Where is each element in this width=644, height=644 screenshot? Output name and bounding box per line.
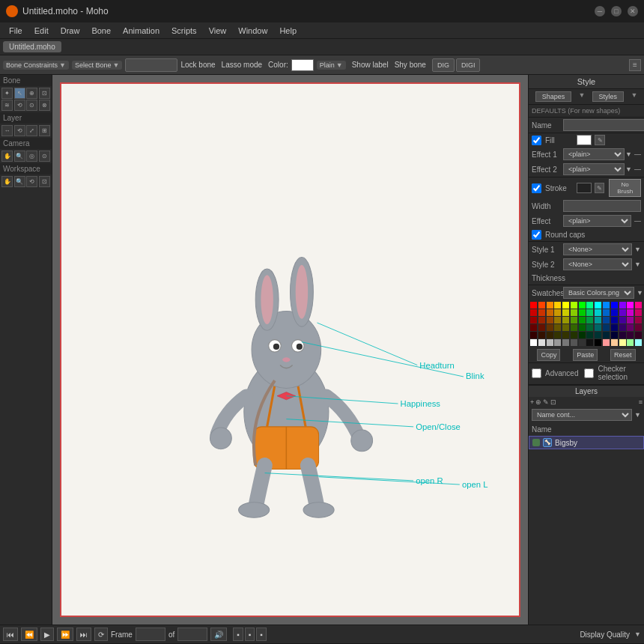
- shapes-btn[interactable]: Shapes: [535, 91, 572, 102]
- color-swatch[interactable]: [619, 317, 626, 323]
- bone-name-input[interactable]: [125, 58, 177, 72]
- effect2-more[interactable]: —: [634, 165, 641, 173]
- color-swatch[interactable]: [603, 309, 610, 316]
- color-swatch[interactable]: [579, 339, 586, 346]
- fast-fwd-btn[interactable]: ⏭: [76, 628, 91, 641]
- layers-icon-btn1[interactable]: +: [530, 398, 534, 406]
- layers-icon-btn2[interactable]: ⊕: [535, 398, 541, 406]
- play-btn[interactable]: ▶: [40, 628, 54, 641]
- color-swatch[interactable]: [538, 332, 545, 338]
- layers-icon-btn3[interactable]: ✎: [543, 398, 549, 406]
- color-swatch[interactable]: [595, 317, 601, 323]
- color-swatch[interactable]: [603, 317, 610, 323]
- menu-animation[interactable]: Animation: [117, 25, 165, 37]
- tool-bind-bone[interactable]: ⊡: [39, 88, 50, 99]
- color-swatch[interactable]: [571, 332, 577, 338]
- color-swatch[interactable]: [538, 302, 545, 309]
- layer-item-bigsby[interactable]: 🦴 Bigsby: [529, 436, 644, 449]
- dig-btn1[interactable]: DIG: [432, 58, 455, 72]
- color-swatch[interactable]: [619, 324, 626, 331]
- color-swatch[interactable]: [635, 339, 642, 346]
- menu-help[interactable]: Help: [273, 25, 303, 37]
- color-swatch[interactable]: [619, 302, 626, 309]
- style1-select[interactable]: <None>: [563, 243, 632, 255]
- color-swatch[interactable]: [611, 332, 618, 338]
- window-controls[interactable]: ─ □ ✕: [595, 6, 638, 16]
- tool-scale[interactable]: ⤢: [26, 125, 37, 136]
- color-swatch[interactable]: [635, 302, 642, 309]
- swatches-arrow[interactable]: ▼: [637, 289, 643, 297]
- color-swatch[interactable]: [579, 302, 586, 309]
- color-swatch[interactable]: [579, 317, 586, 323]
- color-swatch[interactable]: [530, 339, 537, 346]
- select-bone-btn[interactable]: Select Bone ▼: [72, 61, 122, 70]
- color-swatch[interactable]: [595, 309, 601, 316]
- style2-select[interactable]: <None>: [563, 258, 632, 270]
- reset-btn[interactable]: Reset: [610, 349, 636, 361]
- color-swatch[interactable]: [538, 324, 545, 331]
- color-swatch[interactable]: [595, 324, 601, 331]
- dig-btn2[interactable]: DIGI: [456, 58, 481, 72]
- color-swatch[interactable]: [530, 317, 537, 323]
- tool-cam-roll[interactable]: ◎: [26, 151, 37, 162]
- color-swatch[interactable]: [538, 309, 545, 316]
- tool-shear[interactable]: ⊞: [39, 125, 50, 136]
- menu-window[interactable]: Window: [232, 25, 273, 37]
- color-swatch[interactable]: [595, 332, 601, 338]
- color-swatch[interactable]: [635, 324, 642, 331]
- menu-scripts[interactable]: Scripts: [165, 25, 203, 37]
- copy-btn[interactable]: Copy: [537, 349, 560, 361]
- color-swatch[interactable]: [562, 332, 569, 338]
- color-swatch[interactable]: [619, 309, 626, 316]
- tool-ws-rotate[interactable]: ⟲: [26, 176, 37, 187]
- stroke-checkbox[interactable]: [532, 183, 541, 193]
- color-swatch[interactable]: [627, 317, 634, 323]
- menu-edit[interactable]: Edit: [28, 25, 55, 37]
- color-swatch[interactable]: [547, 309, 553, 316]
- layer-filter-select[interactable]: Name cont...: [532, 409, 632, 421]
- width-input[interactable]: 4: [563, 200, 641, 212]
- loop-btn[interactable]: ⟳: [94, 628, 108, 641]
- color-swatch[interactable]: [547, 332, 553, 338]
- color-swatch[interactable]: [611, 302, 618, 309]
- fill-gradient-btn[interactable]: ✎: [595, 135, 605, 145]
- color-swatch[interactable]: [554, 317, 561, 323]
- bone-constraints-btn[interactable]: Bone Constraints ▼: [3, 61, 69, 70]
- tool-cam-pan[interactable]: ✋: [1, 151, 13, 162]
- color-swatch[interactable]: [571, 317, 577, 323]
- color-swatch[interactable]: [586, 317, 593, 323]
- color-swatch[interactable]: [586, 332, 593, 338]
- tool-ws-reset[interactable]: ⊡: [39, 176, 50, 187]
- color-swatch[interactable]: [595, 339, 601, 346]
- color-swatch[interactable]: [603, 339, 610, 346]
- color-swatch[interactable]: [554, 302, 561, 309]
- color-swatch[interactable]: [603, 324, 610, 331]
- color-swatch[interactable]: [627, 324, 634, 331]
- effect2-select[interactable]: <plain>: [563, 163, 625, 175]
- fill-color-swatch[interactable]: [577, 135, 592, 145]
- tool-ws-pan[interactable]: ✋: [1, 176, 13, 187]
- effect1-arrow[interactable]: ▼: [625, 151, 632, 158]
- style2-arrow[interactable]: ▼: [634, 261, 641, 268]
- color-swatch[interactable]: [538, 339, 545, 346]
- tool-cam-zoom[interactable]: 🔍: [14, 151, 25, 162]
- tool-transform-bone[interactable]: ⊕: [26, 88, 37, 99]
- stroke-effect-select[interactable]: <plain>: [563, 215, 631, 227]
- color-swatch[interactable]: [562, 309, 569, 316]
- color-swatch[interactable]: [571, 339, 577, 346]
- color-swatch[interactable]: [595, 302, 601, 309]
- color-swatch[interactable]: [547, 317, 553, 323]
- round-caps-checkbox[interactable]: [532, 230, 541, 240]
- plain-select[interactable]: Plain ▼: [317, 61, 346, 70]
- view-btn1[interactable]: ▪: [233, 628, 243, 641]
- color-swatch[interactable]: [562, 302, 569, 309]
- color-swatch[interactable]: [554, 309, 561, 316]
- audio-btn[interactable]: 🔊: [210, 628, 227, 641]
- canvas-inner[interactable]: Headturn Blink Happiness Open/Close open…: [63, 85, 517, 614]
- color-picker[interactable]: [291, 59, 314, 71]
- layer-visibility-btn[interactable]: [532, 439, 540, 446]
- panel-settings-btn[interactable]: ≡: [629, 59, 641, 71]
- stroke-edit-btn[interactable]: ✎: [595, 183, 605, 193]
- tool-reparent-bone[interactable]: ⟲: [14, 100, 25, 111]
- color-swatch[interactable]: [627, 309, 634, 316]
